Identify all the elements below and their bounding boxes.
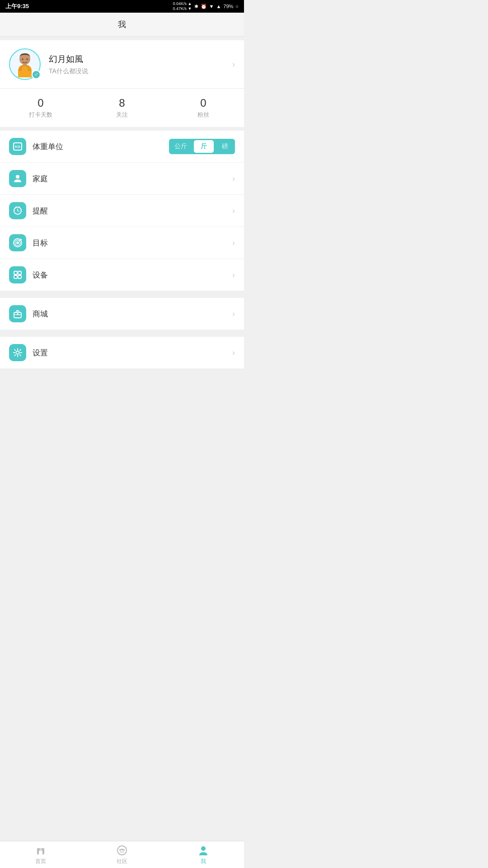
menu-item-settings[interactable]: 设置 ›	[0, 337, 244, 368]
signal-icon: ▲	[216, 4, 221, 9]
stat-fans-value: 0	[163, 97, 244, 109]
menu-item-device[interactable]: 设备 ›	[0, 259, 244, 291]
target-icon	[9, 234, 26, 251]
shop-label: 商城	[33, 309, 232, 319]
svg-rect-17	[18, 275, 21, 278]
menu-section-1: KG 体重单位 公斤 斤 磅 家庭 ›	[0, 131, 244, 291]
family-arrow: ›	[232, 174, 235, 184]
battery-icon: ○	[235, 4, 239, 9]
bluetooth-icon: ✱	[194, 4, 198, 9]
weight-btn-jin[interactable]: 斤	[194, 140, 214, 153]
family-icon	[9, 170, 26, 187]
avatar-container: ♂	[9, 48, 41, 80]
device-icon	[9, 266, 26, 283]
weight-unit-label: 体重单位	[33, 142, 169, 152]
goal-arrow: ›	[232, 238, 235, 248]
menu-item-family[interactable]: 家庭 ›	[0, 163, 244, 195]
stat-checkin-value: 0	[0, 97, 81, 109]
stat-following-label: 关注	[81, 111, 163, 119]
weight-toggle[interactable]: 公斤 斤 磅	[169, 139, 235, 154]
page-header: 我	[0, 13, 244, 37]
svg-text:KG: KG	[15, 145, 20, 149]
time: 上午9:35	[5, 2, 29, 10]
stat-checkin-label: 打卡天数	[0, 111, 81, 119]
weight-btn-bang[interactable]: 磅	[215, 139, 235, 154]
stat-checkin: 0 打卡天数	[0, 97, 81, 119]
status-icons: 0.04K/s ▲ 0.47K/s ▼ ✱ ⏰ ▼ ▲ 79% ○	[173, 1, 239, 11]
svg-rect-14	[14, 271, 17, 274]
menu-item-weight[interactable]: KG 体重单位 公斤 斤 磅	[0, 131, 244, 163]
svg-rect-16	[14, 275, 17, 278]
reminder-label: 提醒	[33, 206, 232, 216]
svg-point-19	[17, 313, 19, 315]
menu-item-goal[interactable]: 目标 ›	[0, 227, 244, 259]
stat-following: 8 关注	[81, 97, 163, 119]
settings-icon	[9, 344, 26, 361]
family-label: 家庭	[33, 174, 232, 184]
stat-following-value: 8	[81, 97, 163, 109]
shop-arrow: ›	[232, 309, 235, 319]
weight-icon: KG	[9, 138, 26, 155]
page-title: 我	[118, 20, 126, 29]
svg-point-12	[16, 241, 19, 244]
stat-fans: 0 粉丝	[163, 97, 244, 119]
settings-arrow: ›	[232, 348, 235, 358]
menu-item-shop[interactable]: 商城 ›	[0, 298, 244, 330]
svg-point-6	[16, 175, 19, 179]
profile-name: 幻月如風	[49, 53, 232, 65]
goal-label: 目标	[33, 238, 232, 248]
device-label: 设备	[33, 270, 232, 280]
profile-arrow: ›	[232, 60, 235, 69]
svg-point-2	[22, 59, 23, 60]
shop-icon	[9, 305, 26, 322]
gray-spacer-mid1	[0, 294, 244, 298]
gender-badge: ♂	[32, 70, 41, 79]
battery: 79%	[223, 4, 233, 9]
menu-section-shop: 商城 ›	[0, 298, 244, 330]
wifi-icon: ▼	[209, 4, 214, 9]
svg-rect-15	[18, 271, 21, 274]
svg-point-3	[27, 59, 28, 60]
gray-spacer-top	[0, 37, 244, 40]
weight-btn-gongjin[interactable]: 公斤	[169, 139, 192, 154]
menu-section-settings: 设置 ›	[0, 337, 244, 368]
profile-section[interactable]: ♂ 幻月如風 TA什么都没说 ›	[0, 40, 244, 89]
network-speeds: 0.04K/s ▲ 0.47K/s ▼	[173, 1, 192, 11]
status-bar: 上午9:35 0.04K/s ▲ 0.47K/s ▼ ✱ ⏰ ▼ ▲ 79% ○	[0, 0, 244, 13]
alarm-icon: ⏰	[201, 4, 207, 9]
menu-item-reminder[interactable]: 提醒 ›	[0, 195, 244, 227]
profile-info: 幻月如風 TA什么都没说	[49, 53, 232, 75]
settings-label: 设置	[33, 348, 232, 358]
device-arrow: ›	[232, 270, 235, 280]
stat-fans-label: 粉丝	[163, 111, 244, 119]
clock-icon	[9, 202, 26, 219]
gray-spacer-mid2	[0, 333, 244, 337]
profile-bio: TA什么都没说	[49, 67, 232, 75]
svg-point-20	[16, 351, 19, 354]
reminder-arrow: ›	[232, 206, 235, 216]
stats-row: 0 打卡天数 8 关注 0 粉丝	[0, 89, 244, 131]
